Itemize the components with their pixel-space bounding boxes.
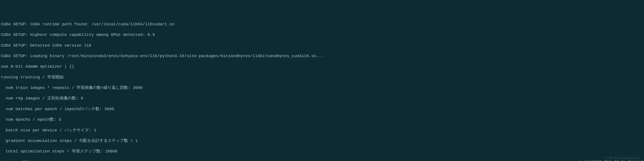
terminal-line-running-training: running training / 学習開始 [1, 75, 643, 80]
terminal-line-grad-accum: gradient accumulation steps / 勾配を合計するステッ… [1, 138, 643, 144]
progress-bar-initial: steps: 0%| | 0/10800 [00:00<?, ?it/s] [1, 159, 643, 161]
terminal-line-reg-images: num reg images / 正則化画像の数: 0 [1, 96, 643, 101]
terminal-line-cuda-loading: CUDA SETUP: Loading binary /root/minicon… [1, 53, 643, 59]
terminal-line-cuda-version: CUDA SETUP: Detected CUDA version 116 [1, 43, 643, 48]
terminal-line-cuda-path: CUDA SETUP: CUDA runtime path found: /us… [1, 22, 643, 27]
terminal-line-optimizer: use 8-bit AdamW optimizer | {} [1, 64, 643, 69]
terminal-line-train-images: num train images * repeats / 学習画像の数×繰り返し… [1, 85, 643, 91]
terminal-line-total-steps: total optimization steps / 学習ステップ数: 1080… [1, 149, 643, 154]
terminal-line-batches: num batches per epoch / 1epochのバッチ数: 360… [1, 106, 643, 112]
watermark: CSDN @maYuwannenhua [606, 156, 640, 160]
terminal-line-epochs: num epochs / epoch数: 3 [1, 117, 643, 122]
terminal-line-batch-size: batch size per device / バッチサイズ: 1 [1, 128, 643, 133]
terminal-line-cuda-capability: CUDA SETUP: Highest compute capability a… [1, 32, 643, 38]
progress-initial-left: steps: 0%| [1, 159, 30, 161]
